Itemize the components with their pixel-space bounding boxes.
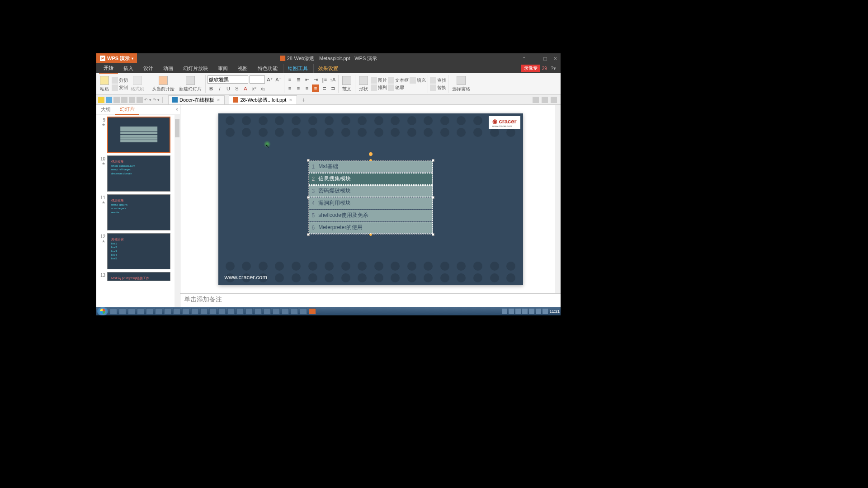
toc-item-1[interactable]: 1Msf基础: [309, 161, 433, 173]
notes-area[interactable]: 单击添加备注: [180, 293, 561, 307]
taskbar-app-7[interactable]: [164, 308, 171, 314]
qb-tool3-icon[interactable]: [551, 97, 557, 103]
decrease-indent-button[interactable]: ⇤: [303, 76, 311, 83]
tray-icon-4[interactable]: [522, 309, 528, 314]
taskbar-app-14[interactable]: [227, 308, 235, 314]
taskbar-app-13[interactable]: [218, 308, 226, 314]
taskbar-app-17[interactable]: [255, 308, 262, 314]
start-button[interactable]: [97, 307, 108, 315]
font-name-select[interactable]: [208, 75, 248, 84]
shrink-font-button[interactable]: A⁻: [275, 76, 282, 83]
increase-indent-button[interactable]: ⇥: [312, 76, 319, 83]
canvas-scrollbar-v[interactable]: [555, 105, 561, 293]
outline-button[interactable]: 轮廓: [388, 84, 409, 91]
tray-icon-5[interactable]: [529, 309, 534, 314]
tab-close-doc[interactable]: ×: [288, 97, 292, 103]
replace-button[interactable]: 替换: [430, 84, 446, 91]
picture-button[interactable]: 图片: [371, 77, 387, 84]
menu-design[interactable]: 设计: [139, 64, 158, 73]
thumbnail-9[interactable]: [107, 117, 170, 153]
menu-insert[interactable]: 插入: [119, 64, 138, 73]
taskbar-app-15[interactable]: [236, 308, 244, 314]
thumbnail-11[interactable]: 信息收集nmap optionsscan targetsresults: [107, 194, 170, 230]
thumbnail-12[interactable]: 其他语言line1line2line3line4line5: [107, 233, 170, 269]
indent-right-button[interactable]: ⊐: [329, 84, 336, 92]
text-direction-button[interactable]: ↕A: [329, 76, 336, 83]
taskbar-app-5[interactable]: [146, 308, 153, 314]
grow-font-button[interactable]: A⁺: [266, 76, 274, 83]
taskbar-app-1[interactable]: [110, 308, 117, 314]
taskbar-app-9[interactable]: [182, 308, 189, 314]
thumb-row-13[interactable]: 13 MSF与 postgresql链接工作: [98, 272, 178, 281]
print-preview-icon[interactable]: [121, 97, 127, 103]
tab-close-docer[interactable]: ×: [216, 97, 221, 103]
menu-home[interactable]: 开始: [99, 63, 118, 74]
taskbar-app-16[interactable]: [245, 308, 253, 314]
taskbar-clock[interactable]: 11:21: [549, 309, 560, 314]
content-textbox[interactable]: 1Msf基础 2信息搜集模块 3密码爆破模块 4漏洞利用模块 5shellcod…: [308, 160, 433, 235]
tab-document[interactable]: 28-Web渗透...loit.ppt ×: [229, 95, 297, 104]
toc-item-3[interactable]: 3密码爆破模块: [309, 185, 433, 197]
thumbnail-10[interactable]: 信息收集whois example.comnmap -sV targetdnse…: [107, 155, 170, 192]
menu-review[interactable]: 审阅: [213, 64, 232, 73]
qb-tool2-icon[interactable]: [542, 97, 548, 103]
thumb-row-10[interactable]: 10★ 信息收集whois example.comnmap -sV target…: [98, 155, 178, 192]
menu-drawing-tools[interactable]: 绘图工具: [283, 64, 312, 73]
redo-icon[interactable]: [137, 97, 143, 103]
taskbar-app-2[interactable]: [119, 308, 126, 314]
taskbar-app-wps[interactable]: [309, 308, 316, 314]
thumbnail-list[interactable]: 9★ 10★ 信息收集whois example.comnmap -sV tar…: [96, 115, 180, 307]
taskbar-app-3[interactable]: [128, 308, 135, 314]
thumbnail-13[interactable]: MSF与 postgresql链接工作: [107, 272, 170, 281]
save-icon[interactable]: [106, 97, 112, 103]
align-justify-button[interactable]: ≡: [312, 84, 319, 92]
print-icon[interactable]: [113, 97, 120, 103]
align-center-button[interactable]: ≡: [295, 84, 302, 92]
superscript-button[interactable]: x²: [250, 85, 258, 92]
taskbar-app-21[interactable]: [291, 308, 298, 314]
ribbon-collapse-icon[interactable]: ⌃: [522, 56, 526, 61]
cut-button[interactable]: 剪切: [112, 77, 128, 84]
taskbar-app-11[interactable]: [200, 308, 208, 314]
menu-features[interactable]: 特色功能: [253, 64, 282, 73]
taskbar-app-20[interactable]: [282, 308, 289, 314]
menu-slideshow[interactable]: 幻灯片放映: [179, 64, 212, 73]
new-tab-button[interactable]: +: [298, 96, 309, 103]
recording-badge[interactable]: 录像专: [521, 65, 540, 72]
tab-docer[interactable]: Docer-在线模板 ×: [168, 95, 225, 104]
windows-taskbar[interactable]: 11:21: [96, 307, 561, 315]
thumbs-scrollbar[interactable]: [175, 115, 180, 307]
fill-button[interactable]: 填充: [410, 77, 426, 84]
taskbar-app-12[interactable]: [209, 308, 217, 314]
indent-left-button[interactable]: ⊏: [321, 84, 328, 92]
tray-icon-3[interactable]: [515, 309, 521, 314]
thumbs-scroll-thumb[interactable]: [175, 119, 179, 137]
close-button[interactable]: ✕: [553, 56, 557, 61]
undo-icon[interactable]: [129, 97, 135, 103]
align-right-button[interactable]: ≡: [303, 84, 311, 92]
menu-effect-settings[interactable]: 效果设置: [313, 64, 343, 73]
taskbar-app-19[interactable]: [273, 308, 280, 314]
panel-tab-outline[interactable]: 大纲: [96, 105, 115, 114]
format-painter-button[interactable]: 格式刷: [129, 76, 146, 92]
select-pane-button[interactable]: 选择窗格: [450, 76, 472, 92]
font-color-button[interactable]: A: [242, 85, 249, 92]
bullets-button[interactable]: ≡: [286, 76, 293, 83]
thumb-row-9[interactable]: 9★: [98, 117, 178, 153]
copy-button[interactable]: 复制: [112, 84, 128, 91]
tray-volume-icon[interactable]: [542, 309, 548, 314]
thumb-row-12[interactable]: 12★ 其他语言line1line2line3line4line5: [98, 233, 178, 269]
slide[interactable]: ◉ cracer www.cracer.com www.cracer.com ↖: [218, 113, 523, 285]
thumb-row-11[interactable]: 11★ 信息收集nmap optionsscan targetsresults: [98, 194, 178, 230]
minimize-button[interactable]: —: [532, 56, 537, 61]
bold-button[interactable]: B: [208, 85, 215, 92]
panel-tab-slides[interactable]: 幻灯片: [115, 105, 139, 115]
open-icon[interactable]: [98, 97, 104, 103]
taskbar-app-6[interactable]: [155, 308, 162, 314]
subscript-button[interactable]: x₂: [259, 85, 266, 92]
strikethrough-button[interactable]: S: [233, 85, 241, 92]
line-spacing-button[interactable]: ‖≡: [321, 76, 328, 83]
shape-button[interactable]: 形状: [357, 76, 370, 92]
menu-view[interactable]: 视图: [233, 64, 252, 73]
taskbar-app-22[interactable]: [300, 308, 307, 314]
